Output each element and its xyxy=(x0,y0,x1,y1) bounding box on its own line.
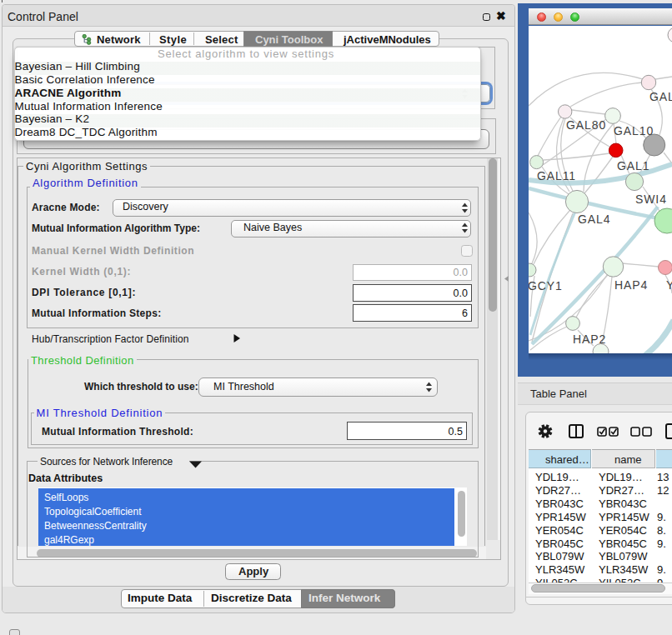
svg-text:GAL10: GAL10 xyxy=(614,124,654,138)
svg-text:HAP4: HAP4 xyxy=(614,278,648,292)
svg-text:GAL1: GAL1 xyxy=(617,159,649,172)
svg-text:HAP2: HAP2 xyxy=(573,332,606,346)
svg-text:GAL11: GAL11 xyxy=(537,169,576,182)
svg-text:SWI4: SWI4 xyxy=(635,192,667,206)
svg-text:GAL4: GAL4 xyxy=(578,212,610,226)
svg-text:GCY1: GCY1 xyxy=(529,279,563,292)
svg-text:GAL7: GAL7 xyxy=(649,90,672,103)
svg-text:YJL: YJL xyxy=(666,278,672,292)
svg-text:GAL80: GAL80 xyxy=(566,118,606,132)
